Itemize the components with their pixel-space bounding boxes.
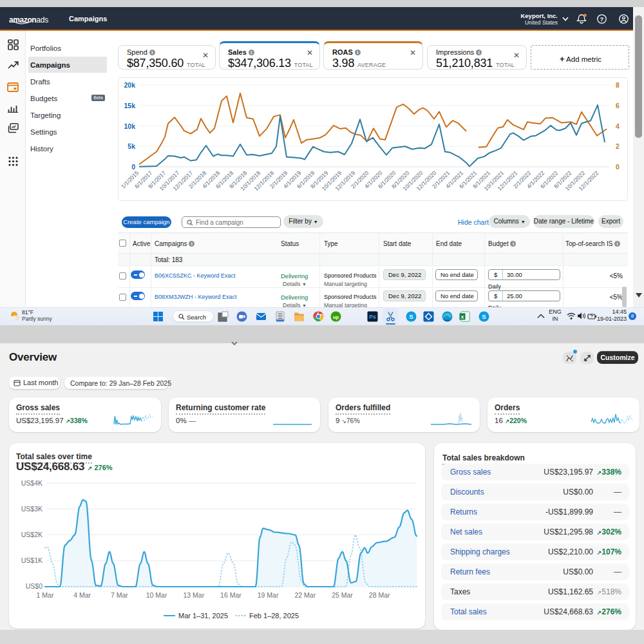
svg-text:5k: 5k: [128, 142, 135, 150]
svg-text:10 Mar: 10 Mar: [146, 591, 167, 599]
svg-text:15k: 15k: [124, 102, 135, 109]
svg-text:4: 4: [616, 122, 620, 130]
svg-text:19 Mar: 19 Mar: [258, 591, 279, 599]
svg-text:S: S: [482, 313, 486, 320]
svg-text:US$1K: US$1K: [21, 556, 43, 564]
svg-text:Feb 1–28, 2025: Feb 1–28, 2025: [249, 612, 299, 620]
svg-text:28 Mar: 28 Mar: [369, 591, 390, 599]
svg-text:1 Mar: 1 Mar: [37, 591, 54, 599]
svg-text:Mar 1–31, 2025: Mar 1–31, 2025: [178, 612, 228, 620]
svg-text:8: 8: [616, 81, 620, 89]
svg-text:22 Mar: 22 Mar: [294, 591, 316, 599]
svg-text:?: ?: [600, 15, 604, 23]
svg-text:7 Mar: 7 Mar: [111, 591, 128, 599]
svg-text:16 Mar: 16 Mar: [220, 591, 242, 599]
svg-text:Ps: Ps: [369, 314, 376, 320]
svg-text:2: 2: [616, 142, 620, 150]
svg-text:US$4K: US$4K: [21, 479, 43, 487]
svg-text:X: X: [460, 314, 464, 320]
svg-text:US$3K: US$3K: [21, 505, 43, 513]
svg-text:10k: 10k: [124, 122, 135, 130]
svg-text:13 Mar: 13 Mar: [183, 591, 204, 599]
svg-text:US$0: US$0: [26, 582, 43, 590]
svg-text:25 Mar: 25 Mar: [332, 591, 353, 599]
svg-text:0: 0: [616, 163, 620, 171]
svg-text:US$2K: US$2K: [21, 531, 43, 538]
svg-text:4 Mar: 4 Mar: [73, 591, 91, 599]
svg-text:20k: 20k: [124, 81, 135, 89]
svg-text:S: S: [409, 313, 413, 320]
svg-text:6: 6: [616, 102, 620, 109]
svg-text:up: up: [333, 314, 339, 320]
